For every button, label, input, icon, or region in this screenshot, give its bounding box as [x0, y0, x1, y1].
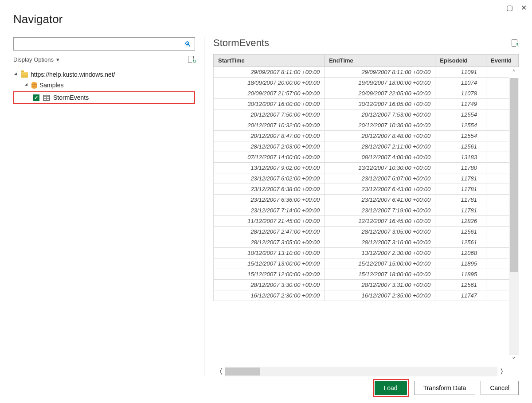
table-row[interactable]: 20/12/2007 8:47:00 +00:0020/12/2007 8:48…: [214, 131, 519, 141]
table-row[interactable]: 20/12/2007 10:32:00 +00:0020/12/2007 10:…: [214, 120, 519, 131]
table-row[interactable]: 28/12/2007 3:05:00 +00:0028/12/2007 3:16…: [214, 237, 519, 248]
tree-table-label: StormEvents: [53, 94, 89, 101]
cell-episodeid: 12561: [435, 141, 486, 152]
load-button-highlight: Load: [373, 379, 409, 397]
cell-episodeid: 11078: [435, 88, 486, 99]
preview-title: StormEvents: [213, 37, 269, 49]
tree-table-stormevents[interactable]: ✓ StormEvents: [13, 91, 195, 104]
table-row[interactable]: 20/12/2007 7:50:00 +00:0020/12/2007 7:53…: [214, 110, 519, 120]
tree-root-label: https://help.kusto.windows.net/: [31, 71, 115, 78]
cell-episodeid: 11895: [435, 258, 486, 269]
table-row[interactable]: 28/12/2007 2:47:00 +00:0028/12/2007 3:05…: [214, 227, 519, 237]
table-row[interactable]: 15/12/2007 12:00:00 +00:0015/12/2007 18:…: [214, 269, 519, 280]
table-row[interactable]: 10/12/2007 13:10:00 +00:0013/12/2007 2:3…: [214, 248, 519, 258]
tree-database[interactable]: Samples: [13, 80, 195, 90]
cell-endtime: 15/12/2007 15:00:00 +00:00: [325, 258, 435, 269]
tree-database-label: Samples: [39, 82, 63, 89]
scroll-down-icon[interactable]: ˅: [509, 355, 519, 366]
checkbox-checked-icon[interactable]: ✓: [33, 94, 39, 101]
table-row[interactable]: 18/09/2007 20:00:00 +00:0019/09/2007 18:…: [214, 78, 519, 88]
cell-endtime: 20/09/2007 22:05:00 +00:00: [325, 88, 435, 99]
load-button[interactable]: Load: [375, 381, 407, 395]
scroll-right-icon[interactable]: 〉: [497, 367, 509, 376]
table-row[interactable]: 11/12/2007 21:45:00 +00:0012/12/2007 16:…: [214, 216, 519, 227]
cancel-button[interactable]: Cancel: [481, 381, 519, 395]
cell-episodeid: 12068: [435, 248, 486, 258]
cell-endtime: 29/09/2007 8:11:00 +00:00: [325, 67, 435, 78]
window-maximize-icon[interactable]: ▢: [506, 4, 513, 12]
cell-starttime: 20/12/2007 8:47:00 +00:00: [214, 131, 325, 141]
cell-episodeid: 11781: [435, 184, 486, 195]
cell-endtime: 13/12/2007 10:30:00 +00:00: [325, 163, 435, 173]
table-row[interactable]: 28/12/2007 2:03:00 +00:0028/12/2007 2:11…: [214, 141, 519, 152]
table-row[interactable]: 23/12/2007 6:38:00 +00:0023/12/2007 6:43…: [214, 184, 519, 195]
col-starttime[interactable]: StartTime: [214, 55, 325, 67]
cell-endtime: 28/12/2007 3:31:00 +00:00: [325, 280, 435, 290]
cell-starttime: 20/12/2007 10:32:00 +00:00: [214, 120, 325, 131]
window-close-icon[interactable]: ✕: [521, 4, 527, 12]
cell-endtime: 16/12/2007 2:35:00 +00:00: [325, 290, 435, 301]
table-icon: [43, 95, 50, 101]
table-row[interactable]: 23/12/2007 7:14:00 +00:0023/12/2007 7:19…: [214, 205, 519, 216]
cell-episodeid: 12561: [435, 280, 486, 290]
search-input-container: 🔍︎: [13, 37, 195, 51]
scroll-track[interactable]: [509, 78, 519, 355]
col-episodeid[interactable]: EpisodeId: [435, 55, 486, 67]
cell-endtime: 23/12/2007 6:07:00 +00:00: [325, 173, 435, 184]
scroll-up-icon[interactable]: ˄: [509, 67, 519, 78]
table-row[interactable]: 20/09/2007 21:57:00 +00:0020/09/2007 22:…: [214, 88, 519, 99]
vertical-scrollbar[interactable]: ˄ ˅: [509, 67, 519, 366]
cell-endtime: 20/12/2007 10:36:00 +00:00: [325, 120, 435, 131]
table-row[interactable]: 15/12/2007 13:00:00 +00:0015/12/2007 15:…: [214, 258, 519, 269]
chevron-down-icon: ▾: [56, 56, 59, 63]
cell-episodeid: 12554: [435, 131, 486, 141]
search-icon[interactable]: 🔍︎: [184, 40, 191, 48]
expander-icon[interactable]: [14, 72, 18, 76]
cell-episodeid: 11781: [435, 173, 486, 184]
scroll-thumb[interactable]: [510, 78, 518, 272]
cell-endtime: 23/12/2007 6:41:00 +00:00: [325, 195, 435, 205]
expander-icon[interactable]: [25, 83, 29, 87]
cell-episodeid: 11091: [435, 67, 486, 78]
cell-endtime: 28/12/2007 2:11:00 +00:00: [325, 141, 435, 152]
display-options-label: Display Options: [13, 56, 54, 63]
horizontal-scrollbar[interactable]: 〈 〉: [213, 367, 509, 376]
table-row[interactable]: 07/12/2007 14:00:00 +00:0008/12/2007 4:0…: [214, 152, 519, 163]
cell-episodeid: 13183: [435, 152, 486, 163]
tree-root[interactable]: https://help.kusto.windows.net/: [13, 69, 195, 80]
database-icon: [31, 82, 37, 89]
scroll-thumb[interactable]: [225, 368, 260, 376]
cell-starttime: 23/12/2007 6:02:00 +00:00: [214, 173, 325, 184]
col-endtime[interactable]: EndTime: [325, 55, 435, 67]
cell-starttime: 28/12/2007 3:30:00 +00:00: [214, 280, 325, 290]
cell-episodeid: 11895: [435, 269, 486, 280]
scroll-track[interactable]: [225, 367, 497, 376]
cell-endtime: 19/09/2007 18:00:00 +00:00: [325, 78, 435, 88]
preview-table: StartTime EndTime EpisodeId EventId 29/0…: [213, 54, 519, 301]
table-row[interactable]: 13/12/2007 9:02:00 +00:0013/12/2007 10:3…: [214, 163, 519, 173]
cell-starttime: 29/09/2007 8:11:00 +00:00: [214, 67, 325, 78]
refresh-icon[interactable]: [188, 56, 195, 63]
folder-icon: [21, 72, 28, 78]
cell-endtime: 08/12/2007 4:00:00 +00:00: [325, 152, 435, 163]
cell-starttime: 30/12/2007 16:00:00 +00:00: [214, 99, 325, 110]
transform-data-button[interactable]: Transform Data: [414, 381, 476, 395]
cell-endtime: 30/12/2007 16:05:00 +00:00: [325, 99, 435, 110]
search-input[interactable]: [17, 40, 184, 48]
table-row[interactable]: 16/12/2007 2:30:00 +00:0016/12/2007 2:35…: [214, 290, 519, 301]
table-row[interactable]: 30/12/2007 16:00:00 +00:0030/12/2007 16:…: [214, 99, 519, 110]
preview-refresh-icon[interactable]: [512, 39, 519, 47]
cell-starttime: 28/12/2007 3:05:00 +00:00: [214, 237, 325, 248]
cell-endtime: 23/12/2007 7:19:00 +00:00: [325, 205, 435, 216]
table-row[interactable]: 29/09/2007 8:11:00 +00:0029/09/2007 8:11…: [214, 67, 519, 78]
col-eventid[interactable]: EventId: [486, 55, 519, 67]
cell-starttime: 15/12/2007 12:00:00 +00:00: [214, 269, 325, 280]
table-row[interactable]: 23/12/2007 6:36:00 +00:0023/12/2007 6:41…: [214, 195, 519, 205]
cell-episodeid: 12554: [435, 110, 486, 120]
cell-episodeid: 11074: [435, 78, 486, 88]
table-row[interactable]: 23/12/2007 6:02:00 +00:0023/12/2007 6:07…: [214, 173, 519, 184]
scroll-left-icon[interactable]: 〈: [213, 367, 225, 376]
display-options-dropdown[interactable]: Display Options ▾: [13, 56, 59, 63]
cell-episodeid: 12826: [435, 216, 486, 227]
table-row[interactable]: 28/12/2007 3:30:00 +00:0028/12/2007 3:31…: [214, 280, 519, 290]
